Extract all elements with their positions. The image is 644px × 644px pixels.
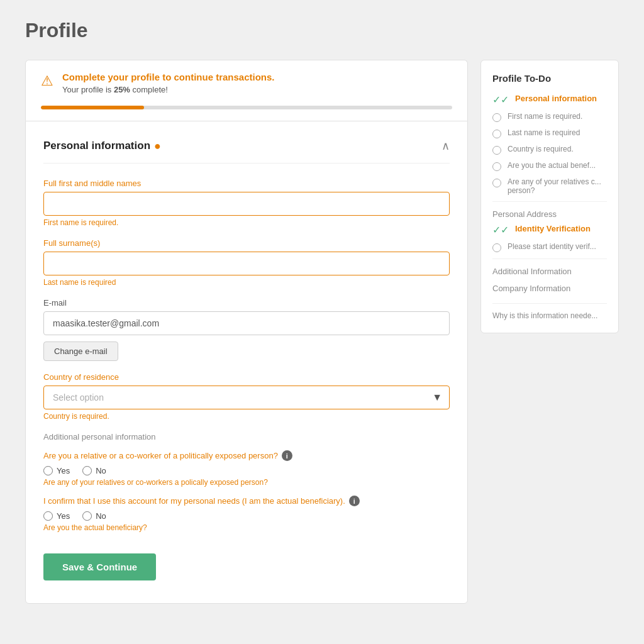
personal-address-label: Personal Address	[492, 209, 607, 219]
pep-question-text: Are you a relative or a co-worker of a p…	[43, 450, 450, 461]
save-continue-button[interactable]: Save & Continue	[43, 553, 156, 580]
beneficiary-question-row: I confirm that I use this account for my…	[43, 496, 450, 532]
first-name-error: First name is required.	[43, 218, 450, 227]
circle-icon-firstname	[492, 113, 501, 122]
page-title: Profile	[25, 19, 619, 42]
form-card: Personal information ● ∧ Full first and …	[25, 121, 468, 604]
left-panel: ⚠ Complete your profile to continue tran…	[25, 60, 468, 604]
alert-subtitle: Your profile is 25% complete!	[62, 85, 275, 94]
alert-banner: ⚠ Complete your profile to continue tran…	[25, 60, 468, 106]
sidebar-title: Profile To-Do	[492, 73, 607, 84]
right-sidebar: Profile To-Do ✓✓ Personal information Fi…	[480, 60, 619, 333]
why-link[interactable]: Why is this information neede...	[492, 303, 607, 320]
beneficiary-error: Are you the actual beneficiary?	[43, 523, 450, 532]
pep-no-radio[interactable]	[82, 466, 92, 475]
circle-icon-lastname	[492, 130, 501, 138]
alert-title: Complete your profile to continue transa…	[62, 72, 275, 82]
todo-identity-text: Please start identity verif...	[508, 242, 596, 251]
todo-lastname: Last name is required	[492, 128, 607, 138]
progress-bar-container	[25, 106, 468, 121]
beneficiary-info-icon[interactable]: i	[349, 496, 360, 506]
email-label: E-mail	[43, 298, 450, 308]
todo-firstname: First name is required.	[492, 112, 607, 122]
additional-info-label: Additional Information	[492, 267, 607, 276]
country-select[interactable]: Select option	[43, 386, 450, 409]
progress-fill	[41, 106, 144, 109]
todo-country: Country is required.	[492, 145, 607, 155]
todo-beneficiary: Are you the actual benef...	[492, 161, 607, 171]
todo-personal-label: Personal information	[515, 94, 597, 103]
circle-icon-country	[492, 146, 501, 155]
last-name-input[interactable]	[43, 252, 450, 275]
first-name-input[interactable]	[43, 192, 450, 216]
todo-relatives-text: Are any of your relatives c... person?	[508, 177, 607, 195]
additional-section-title: Additional personal information	[43, 432, 450, 441]
separator-2	[492, 258, 607, 259]
country-select-wrapper: Select option ▼	[43, 386, 450, 409]
pep-no-label[interactable]: No	[82, 466, 106, 475]
beneficiary-yes-label[interactable]: Yes	[43, 511, 70, 521]
beneficiary-no-radio[interactable]	[82, 511, 92, 521]
circle-icon-relatives	[492, 179, 501, 187]
circle-icon-identity	[492, 243, 501, 252]
company-info-label: Company Information	[492, 284, 607, 293]
check-icon-identity: ✓✓	[492, 224, 509, 236]
required-indicator: ●	[154, 140, 161, 153]
pep-yes-label[interactable]: Yes	[43, 466, 70, 475]
beneficiary-no-label[interactable]: No	[82, 511, 106, 521]
pep-radio-group: Yes No	[43, 466, 450, 475]
change-email-button[interactable]: Change e-mail	[43, 341, 118, 361]
country-label: Country of residence	[43, 372, 450, 382]
alert-content: Complete your profile to continue transa…	[62, 72, 275, 94]
first-name-label: Full first and middle names	[43, 179, 450, 188]
separator-1	[492, 201, 607, 202]
todo-relatives: Are any of your relatives c... person?	[492, 177, 607, 195]
pep-question-row: Are you a relative or a co-worker of a p…	[43, 450, 450, 487]
main-layout: ⚠ Complete your profile to continue tran…	[25, 60, 619, 604]
last-name-error: Last name is required	[43, 278, 450, 287]
pep-info-icon[interactable]: i	[282, 450, 292, 461]
circle-icon-beneficiary	[492, 162, 501, 171]
beneficiary-radio-group: Yes No	[43, 511, 450, 521]
section-title: Personal information ●	[43, 140, 161, 153]
todo-firstname-text: First name is required.	[508, 112, 582, 121]
progress-track	[41, 106, 452, 109]
collapse-icon[interactable]: ∧	[441, 139, 450, 153]
country-error: Country is required.	[43, 412, 450, 421]
last-name-field-group: Full surname(s) Last name is required	[43, 238, 450, 287]
pep-error: Are any of your relatives or co-workers …	[43, 478, 450, 487]
todo-identity-start: Please start identity verif...	[492, 242, 607, 252]
todo-lastname-text: Last name is required	[508, 128, 580, 137]
todo-beneficiary-text: Are you the actual benef...	[508, 161, 596, 170]
beneficiary-question-text: I confirm that I use this account for my…	[43, 496, 450, 506]
todo-personal-info: ✓✓ Personal information	[492, 94, 607, 106]
warning-icon: ⚠	[41, 73, 53, 89]
beneficiary-yes-radio[interactable]	[43, 511, 53, 521]
last-name-label: Full surname(s)	[43, 238, 450, 248]
check-icon-personal: ✓✓	[492, 94, 509, 106]
todo-identity-label: Identity Verification	[515, 224, 591, 233]
todo-country-text: Country is required.	[508, 145, 574, 153]
country-field-group: Country of residence Select option ▼ Cou…	[43, 372, 450, 421]
email-field-group: E-mail Change e-mail	[43, 298, 450, 361]
email-input	[43, 311, 450, 335]
todo-identity: ✓✓ Identity Verification	[492, 224, 607, 236]
first-name-field-group: Full first and middle names First name i…	[43, 179, 450, 227]
section-header: Personal information ● ∧	[43, 139, 450, 164]
pep-yes-radio[interactable]	[43, 466, 53, 475]
